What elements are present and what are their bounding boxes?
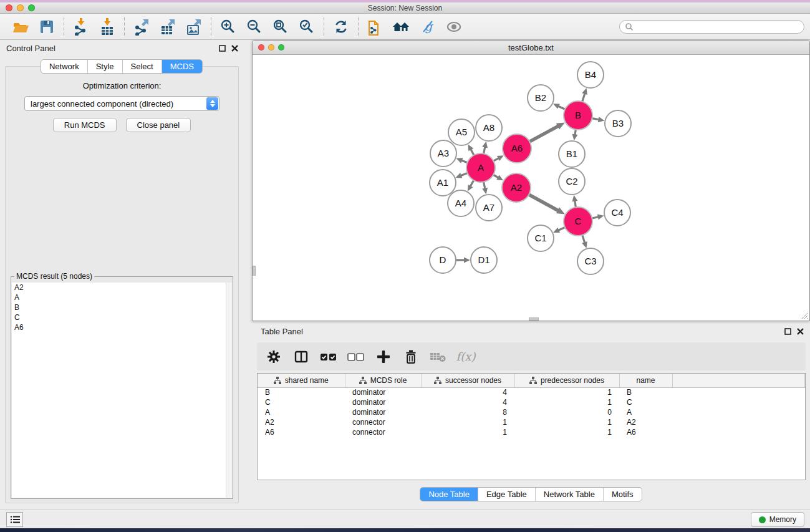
result-item[interactable]: A6 — [12, 322, 232, 332]
vertical-scroll-thumb[interactable] — [253, 266, 256, 276]
column-header-name[interactable]: name — [619, 374, 672, 387]
table-settings-button[interactable] — [264, 347, 283, 366]
table-cell[interactable]: B — [619, 387, 672, 397]
result-item[interactable]: A — [12, 293, 232, 302]
memory-button[interactable]: Memory — [751, 512, 804, 527]
table-cell[interactable]: dominator — [345, 407, 421, 417]
table-cell[interactable]: 1 — [421, 427, 514, 437]
tab-network-table[interactable]: Network Table — [535, 488, 603, 501]
column-header-successor-nodes[interactable]: successor nodes — [421, 374, 514, 387]
table-cell[interactable]: A2 — [258, 417, 345, 427]
edge-A2-C[interactable] — [529, 195, 559, 211]
table-cell[interactable]: 8 — [421, 407, 514, 417]
edge-C-C3[interactable] — [582, 235, 585, 243]
deselect-all-columns-button[interactable] — [347, 347, 365, 366]
resize-grip-icon[interactable] — [801, 312, 808, 319]
zoom-fit-button[interactable] — [268, 16, 294, 37]
tab-select[interactable]: Select — [122, 60, 162, 73]
column-header-predecessor-nodes[interactable]: predecessor nodes — [514, 374, 619, 387]
table-cell[interactable]: 1 — [514, 397, 619, 407]
table-cell[interactable]: 1 — [514, 387, 619, 397]
horizontal-scroll-thumb[interactable] — [529, 317, 539, 321]
table-cell[interactable]: connector — [345, 427, 421, 437]
result-list-scrollbar[interactable] — [226, 283, 232, 498]
create-column-button[interactable] — [374, 347, 393, 366]
minimize-window-button[interactable] — [17, 4, 24, 11]
close-table-panel-icon[interactable] — [797, 328, 804, 335]
network-minimize-button[interactable] — [268, 44, 274, 51]
table-cell[interactable]: C — [258, 397, 345, 407]
table-cell[interactable]: C — [619, 397, 672, 407]
table-row[interactable]: A2connector11A2 — [258, 417, 805, 427]
table-cell[interactable]: dominator — [345, 397, 421, 407]
float-table-panel-icon[interactable] — [784, 328, 791, 335]
table-cell[interactable]: 1 — [514, 417, 619, 427]
network-window-titlebar[interactable]: testGlobe.txt — [253, 41, 809, 55]
zoom-window-button[interactable] — [28, 4, 35, 11]
table-cell[interactable]: connector — [345, 417, 421, 427]
select-all-columns-button[interactable] — [319, 347, 338, 366]
edge-B-B4[interactable] — [582, 93, 585, 102]
zoom-out-button[interactable] — [241, 16, 268, 37]
show-details-button[interactable] — [441, 16, 467, 37]
float-panel-icon[interactable] — [219, 45, 226, 52]
edge-A6-B[interactable] — [529, 126, 559, 142]
save-session-button[interactable] — [34, 16, 60, 37]
home-button[interactable] — [388, 16, 415, 37]
function-builder-button[interactable]: f(x) — [456, 347, 475, 366]
tab-style[interactable]: Style — [87, 60, 122, 73]
hide-graphics-details-button[interactable]: g — [415, 16, 441, 37]
table-header-row[interactable]: shared nameMCDS rolesuccessor nodesprede… — [258, 374, 805, 387]
network-canvas[interactable]: B4B2BB3A8A5A6A3B1AC2A1A2A4A7C4CC1C3DD1 — [253, 55, 809, 321]
tab-motifs[interactable]: Motifs — [603, 488, 642, 501]
import-network-button[interactable] — [68, 16, 94, 37]
network-document-button[interactable] — [362, 16, 388, 37]
delete-table-button[interactable] — [429, 347, 448, 366]
export-image-button[interactable] — [181, 16, 207, 37]
table-cell[interactable]: A2 — [619, 417, 672, 427]
table-row[interactable]: Adominator80A — [258, 407, 805, 417]
network-zoom-button[interactable] — [278, 44, 284, 51]
column-header-MCDS-role[interactable]: MCDS role — [345, 374, 421, 387]
export-network-button[interactable] — [128, 16, 155, 37]
table-row[interactable]: A6connector11A6 — [258, 427, 805, 437]
import-table-button[interactable] — [94, 16, 120, 37]
run-mcds-button[interactable]: Run MCDS — [53, 118, 117, 132]
table-cell[interactable]: A6 — [258, 427, 345, 437]
export-table-button[interactable] — [155, 16, 181, 37]
refresh-button[interactable] — [328, 16, 354, 37]
zoom-selected-button[interactable] — [294, 16, 320, 37]
status-menu-button[interactable] — [6, 512, 23, 527]
table-cell[interactable]: dominator — [345, 387, 421, 397]
optimization-criterion-select[interactable]: largest connected component (directed) — [24, 96, 219, 111]
table-cell[interactable]: 0 — [514, 407, 619, 417]
open-session-button[interactable] — [7, 16, 34, 37]
tab-mcds[interactable]: MCDS — [162, 60, 202, 73]
table-cell[interactable]: 4 — [421, 387, 514, 397]
search-field[interactable] — [619, 20, 804, 34]
column-header-shared-name[interactable]: shared name — [258, 374, 345, 387]
close-window-button[interactable] — [6, 4, 12, 11]
table-cell[interactable]: 4 — [421, 397, 514, 407]
result-item[interactable]: A2 — [12, 283, 232, 293]
close-panel-icon[interactable] — [231, 45, 238, 52]
zoom-in-button[interactable] — [215, 16, 241, 37]
table-cell[interactable]: A — [258, 407, 345, 417]
table-cell[interactable]: 1 — [514, 427, 619, 437]
tab-network[interactable]: Network — [41, 60, 87, 73]
table-cell[interactable]: A — [619, 407, 672, 417]
table-cell[interactable]: A6 — [619, 427, 672, 437]
close-panel-button[interactable]: Close panel — [126, 118, 191, 132]
table-row[interactable]: Bdominator41B — [258, 387, 805, 397]
search-input[interactable] — [637, 22, 799, 31]
table-row[interactable]: Cdominator41C — [258, 397, 805, 407]
table-cell[interactable]: 1 — [421, 417, 514, 427]
column-layout-button[interactable] — [292, 347, 311, 366]
network-close-button[interactable] — [258, 44, 264, 51]
tab-node-table[interactable]: Node Table — [420, 488, 478, 501]
result-item[interactable]: B — [12, 302, 232, 312]
table-cell[interactable]: B — [258, 387, 345, 397]
delete-column-button[interactable] — [402, 347, 420, 366]
result-item[interactable]: C — [12, 312, 232, 322]
tab-edge-table[interactable]: Edge Table — [478, 488, 535, 501]
